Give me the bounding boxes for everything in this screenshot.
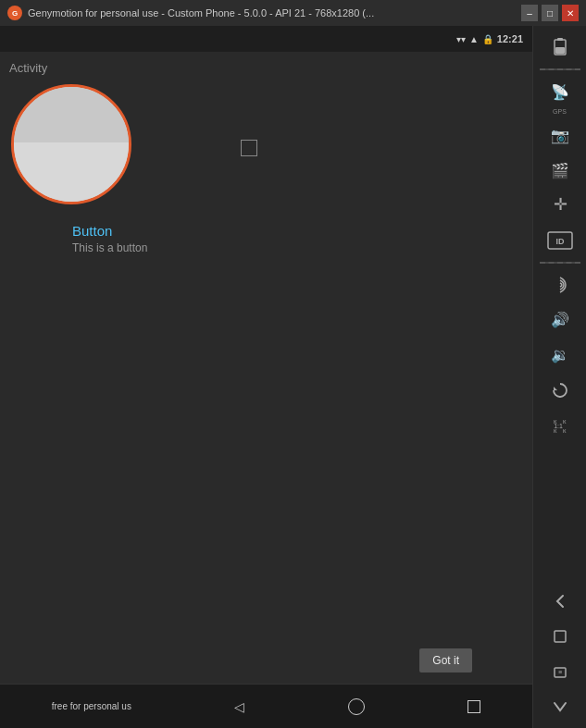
svg-text:🔉: 🔉 <box>551 346 569 364</box>
status-time: 12:21 <box>497 33 523 44</box>
media-icon: 🎬 <box>551 162 569 179</box>
svg-text:≡: ≡ <box>557 669 561 675</box>
wifi-icon: ▾▾ <box>456 34 466 44</box>
svg-rect-2 <box>555 47 565 54</box>
recent-nav-tool-button[interactable] <box>540 620 580 653</box>
free-text: free for personal us <box>52 701 131 711</box>
phone-screen: ▾▾ ▲ 🔒 12:21 Activity Button This is a b… <box>0 26 532 728</box>
gps-label: GPS <box>553 108 567 115</box>
camera-tool-button[interactable]: 📷 <box>540 118 580 152</box>
nfc-icon <box>551 276 569 294</box>
back-nav-tool-button[interactable] <box>540 585 580 618</box>
back-button[interactable]: ◁ <box>234 699 244 714</box>
camera-icon: 📷 <box>551 127 569 144</box>
svg-text:✛: ✛ <box>553 195 567 214</box>
lock-icon: 🔒 <box>482 34 493 44</box>
volume-down-icon: 🔉 <box>550 345 570 365</box>
status-bar: ▾▾ ▲ 🔒 12:21 <box>0 26 532 52</box>
recent-nav-icon <box>550 626 570 647</box>
home-nav-tool-button[interactable]: ≡ <box>540 655 580 688</box>
battery-tool-button[interactable] <box>540 31 580 64</box>
svg-text:К: К <box>563 428 567 434</box>
small-square <box>241 140 257 156</box>
circle-top <box>14 87 129 142</box>
divider-2 <box>540 262 580 264</box>
home-button[interactable] <box>348 698 365 715</box>
volume-up-tool-button[interactable]: 🔊 <box>540 303 580 337</box>
id-tool-button[interactable]: ID <box>540 224 580 257</box>
fit-icon: К К К К 1:1 <box>550 415 570 436</box>
nfc-tool-button[interactable] <box>540 268 580 302</box>
rotate-icon <box>550 380 570 401</box>
divider-1 <box>540 68 580 70</box>
dpad-icon: ✛ <box>550 195 570 216</box>
signal-icon: ▲ <box>469 34 479 44</box>
chevron-down-icon <box>550 699 570 714</box>
media-tool-button[interactable]: 🎬 <box>540 154 580 187</box>
close-button[interactable]: ✕ <box>562 5 579 21</box>
volume-down-tool-button[interactable]: 🔉 <box>540 339 580 372</box>
dpad-tool-button[interactable]: ✛ <box>540 189 580 222</box>
title-bar: G Genymotion for personal use - Custom P… <box>0 0 586 26</box>
volume-up-icon: 🔊 <box>550 310 570 330</box>
gps-tool-button[interactable]: 📡 <box>540 75 580 108</box>
svg-text:1:1: 1:1 <box>554 423 563 429</box>
home-nav-icon: ≡ <box>550 661 570 682</box>
maximize-button[interactable]: □ <box>542 5 558 21</box>
recent-button[interactable] <box>468 700 480 713</box>
title-bar-left: G Genymotion for personal use - Custom P… <box>7 6 374 20</box>
nav-bar: free for personal us ◁ <box>0 684 532 728</box>
battery-icon <box>552 37 568 57</box>
button-description: This is a button <box>72 241 147 254</box>
fit-tool-button[interactable]: К К К К 1:1 <box>540 409 580 442</box>
app-logo: G <box>7 6 22 20</box>
svg-marker-8 <box>554 387 557 390</box>
circle-element <box>11 84 131 204</box>
rotate-tool-button[interactable] <box>540 374 580 407</box>
svg-text:🔊: 🔊 <box>551 311 569 328</box>
app-content: Activity Button This is a button Got it <box>0 52 532 684</box>
got-it-button[interactable]: Got it <box>419 648 472 672</box>
svg-rect-14 <box>555 631 566 642</box>
button-label[interactable]: Button <box>72 223 112 239</box>
svg-text:К: К <box>563 419 567 425</box>
minimize-button[interactable]: – <box>521 5 538 21</box>
status-icons: ▾▾ ▲ 🔒 12:21 <box>456 33 523 44</box>
window-controls: – □ ✕ <box>521 5 579 21</box>
window-title: Genymotion for personal use - Custom Pho… <box>28 7 374 19</box>
back-nav-icon <box>550 591 570 611</box>
id-icon: ID <box>547 231 573 250</box>
chevron-down-tool-button[interactable] <box>540 690 580 723</box>
gps-icon: 📡 <box>551 83 569 101</box>
activity-label: Activity <box>9 61 47 75</box>
circle-bottom <box>14 142 129 202</box>
right-toolbar: 📡 GPS 📷 🎬 ✛ ID <box>532 26 586 728</box>
emulator-wrapper: ▾▾ ▲ 🔒 12:21 Activity Button This is a b… <box>0 26 586 728</box>
svg-text:ID: ID <box>555 237 565 246</box>
svg-rect-1 <box>557 38 563 41</box>
